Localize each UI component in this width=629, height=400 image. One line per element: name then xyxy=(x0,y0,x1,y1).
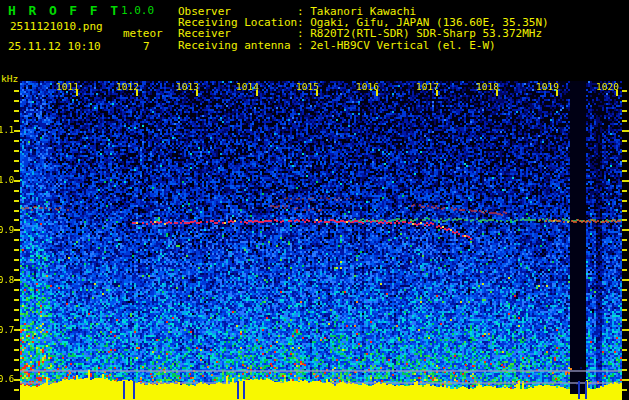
freq-tick xyxy=(622,329,629,331)
time-label: 1015 xyxy=(292,81,319,92)
freq-tick xyxy=(622,210,627,212)
freq-tick xyxy=(14,160,19,162)
freq-tick xyxy=(14,359,19,361)
freq-tick xyxy=(14,289,19,291)
freq-tick xyxy=(14,140,19,142)
freq-tick xyxy=(622,289,627,291)
freq-tick xyxy=(14,100,19,102)
freq-tick xyxy=(14,180,20,182)
freq-tick xyxy=(14,110,19,112)
info-label: Receiving antenna xyxy=(178,40,297,51)
time-label: 1020 xyxy=(592,81,619,92)
freq-tick xyxy=(14,279,20,281)
freq-tick xyxy=(14,200,19,202)
freq-tick xyxy=(14,190,19,192)
time-tick xyxy=(136,90,138,96)
freq-tick xyxy=(622,389,627,391)
time-tick xyxy=(616,90,618,96)
freq-tick xyxy=(14,269,19,271)
freq-axis-unit: kHz xyxy=(1,73,18,84)
time-label: 1013 xyxy=(172,81,199,92)
freq-tick xyxy=(622,269,627,271)
freq-label: 0.6 xyxy=(0,374,13,384)
freq-tick xyxy=(622,259,627,261)
station-info-row: Receiving antenna: 2el-HB9CV Vertical (e… xyxy=(178,40,549,51)
filename-label: 2511121010.png xyxy=(10,20,103,33)
freq-tick xyxy=(14,150,19,152)
freq-tick xyxy=(14,229,20,231)
freq-tick xyxy=(14,210,19,212)
freq-tick xyxy=(622,140,627,142)
freq-tick xyxy=(622,130,629,132)
time-label: 1012 xyxy=(112,81,139,92)
freq-label: 1.0 xyxy=(0,175,13,185)
app-title: H R O F F T xyxy=(8,3,121,18)
hrofft-window: H R O F F T 1.0.0 2511121010.png meteor … xyxy=(0,0,629,400)
time-label: 1014 xyxy=(232,81,259,92)
freq-tick xyxy=(14,259,19,261)
time-tick xyxy=(256,90,258,96)
freq-tick xyxy=(622,170,627,172)
time-tick xyxy=(196,90,198,96)
freq-tick xyxy=(622,249,627,251)
mode-label: meteor xyxy=(123,27,163,40)
freq-tick xyxy=(622,279,629,281)
info-colon: : xyxy=(297,39,310,52)
freq-tick xyxy=(14,249,19,251)
time-label: 1018 xyxy=(472,81,499,92)
freq-label: 1.1 xyxy=(0,125,13,135)
freq-tick xyxy=(14,379,20,381)
freq-tick xyxy=(14,319,19,321)
freq-tick xyxy=(622,100,627,102)
echo-count: 7 xyxy=(143,40,150,53)
freq-tick xyxy=(622,90,627,92)
freq-tick xyxy=(622,219,627,221)
freq-tick xyxy=(622,239,627,241)
info-label: Receiver xyxy=(178,28,297,39)
freq-tick xyxy=(14,339,19,341)
freq-tick xyxy=(14,239,19,241)
time-tick xyxy=(496,90,498,96)
datetime-label: 25.11.12 10:10 xyxy=(8,40,101,53)
freq-tick xyxy=(14,219,19,221)
freq-tick xyxy=(14,170,19,172)
freq-label: 0.7 xyxy=(0,325,13,335)
freq-tick xyxy=(14,309,19,311)
freq-tick xyxy=(14,369,19,371)
freq-tick xyxy=(622,339,627,341)
freq-label: 0.9 xyxy=(0,225,13,235)
freq-tick xyxy=(14,389,19,391)
freq-tick xyxy=(14,90,19,92)
freq-tick xyxy=(622,349,627,351)
time-tick xyxy=(376,90,378,96)
freq-tick xyxy=(622,180,629,182)
freq-tick xyxy=(622,150,627,152)
freq-tick xyxy=(14,299,19,301)
time-tick xyxy=(76,90,78,96)
freq-tick xyxy=(622,359,627,361)
time-label: 1016 xyxy=(352,81,379,92)
freq-tick xyxy=(622,299,627,301)
time-tick xyxy=(556,90,558,96)
freq-tick xyxy=(14,349,19,351)
spectrogram xyxy=(20,81,622,400)
freq-tick xyxy=(622,120,627,122)
freq-tick xyxy=(622,229,629,231)
freq-tick xyxy=(622,190,627,192)
time-tick xyxy=(436,90,438,96)
time-label: 1017 xyxy=(412,81,439,92)
freq-tick xyxy=(14,120,19,122)
freq-tick xyxy=(622,379,629,381)
freq-label: 0.8 xyxy=(0,275,13,285)
freq-tick xyxy=(14,329,20,331)
info-value: 2el-HB9CV Vertical (el. E-W) xyxy=(310,39,495,52)
station-info: Observer: Takanori KawachiReceiving Loca… xyxy=(178,6,549,51)
freq-tick xyxy=(622,160,627,162)
freq-tick xyxy=(622,319,627,321)
freq-tick xyxy=(622,309,627,311)
time-label: 1011 xyxy=(52,81,79,92)
freq-tick xyxy=(622,369,627,371)
app-version: 1.0.0 xyxy=(121,4,154,17)
freq-tick xyxy=(622,110,627,112)
time-label: 1019 xyxy=(532,81,559,92)
